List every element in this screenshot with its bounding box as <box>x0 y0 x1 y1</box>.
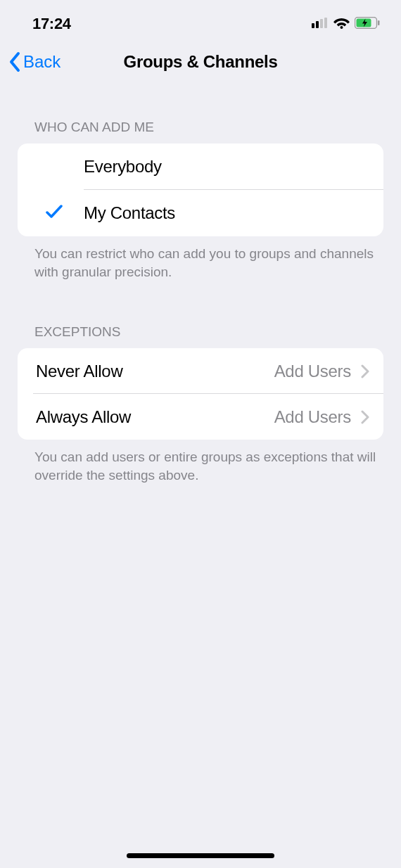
nav-bar: Back Groups & Channels <box>0 41 401 83</box>
who-can-add-group: Everybody My Contacts <box>18 143 383 236</box>
page-title: Groups & Channels <box>124 52 278 72</box>
svg-rect-3 <box>324 18 327 28</box>
exception-value: Add Users <box>274 362 351 381</box>
option-label: My Contacts <box>84 203 175 223</box>
option-everybody[interactable]: Everybody <box>18 143 383 190</box>
section-footer-who: You can restrict who can add you to grou… <box>0 236 401 281</box>
option-my-contacts[interactable]: My Contacts <box>18 190 383 236</box>
exceptions-group: Never Allow Add Users Always Allow Add U… <box>18 348 383 440</box>
back-button[interactable]: Back <box>8 51 61 72</box>
check-slot <box>33 205 84 222</box>
chevron-left-icon <box>8 51 21 72</box>
status-time: 17:24 <box>32 15 71 33</box>
home-indicator[interactable] <box>127 853 274 858</box>
section-footer-exceptions: You can add users or entire groups as ex… <box>0 440 401 484</box>
status-bar: 17:24 <box>0 0 401 41</box>
option-label: Everybody <box>84 157 162 177</box>
exception-value: Add Users <box>274 407 351 427</box>
battery-icon <box>355 17 380 32</box>
svg-rect-0 <box>312 23 314 28</box>
svg-rect-7 <box>378 20 380 25</box>
cellular-icon <box>312 18 329 31</box>
always-allow-row[interactable]: Always Allow Add Users <box>18 394 383 440</box>
section-header-exceptions: EXCEPTIONS <box>0 324 401 348</box>
wifi-icon <box>333 17 350 32</box>
exception-label: Never Allow <box>36 362 122 381</box>
chevron-right-icon <box>361 364 369 378</box>
exception-label: Always Allow <box>36 407 131 427</box>
checkmark-icon <box>46 205 63 222</box>
back-label: Back <box>23 52 61 72</box>
status-icons <box>312 17 380 32</box>
svg-rect-1 <box>316 21 319 28</box>
section-header-who: WHO CAN ADD ME <box>0 120 401 143</box>
chevron-right-icon <box>361 410 369 424</box>
svg-rect-2 <box>320 19 323 28</box>
never-allow-row[interactable]: Never Allow Add Users <box>18 348 383 394</box>
svg-point-4 <box>340 26 343 29</box>
